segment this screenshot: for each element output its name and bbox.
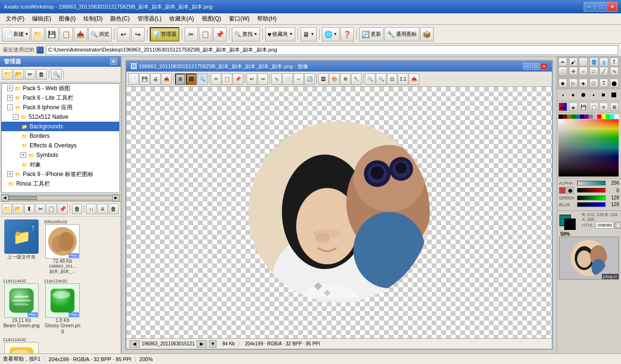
mgr-delete[interactable]: 🗑 xyxy=(36,69,47,80)
pal-navy[interactable] xyxy=(580,114,584,119)
tool-r5[interactable]: T xyxy=(600,79,608,87)
red-swatch[interactable] xyxy=(559,187,566,194)
pal-purple[interactable] xyxy=(584,114,589,119)
pal-red[interactable] xyxy=(597,114,601,119)
manager-button[interactable]: 📊 管理器 xyxy=(150,27,179,42)
tree-item-pack6[interactable]: + 📁 Pack 6 - Lite 工具栏 xyxy=(1,93,119,103)
tool-brush[interactable]: 🖌 xyxy=(569,58,578,66)
mgr-open[interactable]: 📂 xyxy=(13,69,24,80)
pal-white[interactable] xyxy=(614,114,619,119)
update-button[interactable]: 🔄 更新 xyxy=(359,27,383,42)
path-field[interactable]: C:\Users\Administrator\Desktop\196863_20… xyxy=(46,45,618,55)
it-btn1[interactable]: 📄 xyxy=(128,73,139,85)
tool-circle[interactable]: ○ xyxy=(579,67,588,75)
it-image2[interactable]: 🎨 xyxy=(329,73,340,85)
tool-r6[interactable]: ⬤ xyxy=(610,79,619,87)
save-as-button[interactable]: 📋 xyxy=(60,27,73,42)
menu-favorites[interactable]: 收藏夹(A) xyxy=(166,14,198,24)
pal-green[interactable] xyxy=(571,114,576,119)
fp-btn3[interactable]: ⬆ xyxy=(24,204,34,214)
it-fit[interactable]: ⊡ xyxy=(387,73,397,85)
manager-close[interactable]: ✕ xyxy=(110,58,117,65)
fp-new[interactable]: 📁 xyxy=(2,204,12,214)
menu-manager[interactable]: 管理器(L) xyxy=(134,14,166,24)
dot-5[interactable] xyxy=(600,91,607,99)
it-btn2[interactable]: 💾 xyxy=(139,73,150,85)
menu-file[interactable]: 文件(F) xyxy=(2,14,28,24)
pal-olive[interactable] xyxy=(567,114,571,119)
expand-symbols[interactable]: + xyxy=(21,152,26,158)
opt-2[interactable]: ⬙ xyxy=(569,103,578,111)
paste-button[interactable]: 📌 xyxy=(213,27,227,42)
iw-close[interactable]: ✕ xyxy=(540,63,548,70)
undo-button[interactable]: ↩ xyxy=(117,27,130,42)
it-rotate[interactable]: 🔄 xyxy=(304,73,315,85)
tree-scrollbar-h[interactable]: ◀ ▶ xyxy=(1,194,120,201)
close-button[interactable]: ✕ xyxy=(607,2,617,11)
red-arrows[interactable]: ⬤ xyxy=(567,187,573,194)
tree-item-objects[interactable]: 📁 对象 xyxy=(1,160,119,169)
pal-cyan[interactable] xyxy=(610,114,614,119)
tree-item-pack5[interactable]: + 📁 Pack 5 - Web 插图 xyxy=(1,83,119,93)
folder-up-item[interactable]: 📁 ↑ 上一级文件夹 xyxy=(2,218,41,276)
dot-1[interactable] xyxy=(559,91,567,99)
tool-rect[interactable]: □ xyxy=(590,67,598,75)
mgr-search[interactable]: 🔍 xyxy=(51,69,62,80)
nav-prev[interactable]: ◀ xyxy=(129,340,140,348)
it-frame[interactable]: ⬛ xyxy=(186,73,197,85)
mgr-edit[interactable]: ✏ xyxy=(25,69,35,80)
tree-item-symbols[interactable]: + 📁 Symbols xyxy=(1,150,119,160)
it-btn-more3[interactable]: 📌 xyxy=(233,73,243,85)
pal-darkred[interactable] xyxy=(563,114,567,119)
pal-silver[interactable] xyxy=(593,114,597,119)
tool-r3[interactable]: ◈ xyxy=(579,79,588,87)
fp-open[interactable]: 📂 xyxy=(13,204,23,214)
opt-4[interactable]: 📋 xyxy=(590,103,598,111)
mgr-new[interactable]: 📁 xyxy=(2,69,12,80)
maximize-button[interactable]: □ xyxy=(595,2,606,11)
dot-4[interactable] xyxy=(590,91,597,99)
red-track[interactable] xyxy=(577,188,606,193)
it-btn3[interactable]: 🖨 xyxy=(150,73,161,85)
it-export[interactable]: 📤 xyxy=(409,73,419,85)
menu-window[interactable]: 窗口(W) xyxy=(225,14,253,24)
tool-r4[interactable]: ⬡ xyxy=(590,79,598,87)
pal-gray[interactable] xyxy=(589,114,593,119)
file3-item[interactable]: 114x114x32 PNG xyxy=(2,336,41,354)
pal-lime[interactable] xyxy=(606,114,610,119)
iw-maximize[interactable]: □ xyxy=(532,63,539,70)
scroll-left[interactable]: ◀ xyxy=(1,195,9,201)
copy-button[interactable]: 📋 xyxy=(199,27,212,42)
fp-btn7[interactable]: 🗑 xyxy=(72,204,82,214)
tree-item-pack9[interactable]: + 📁 Pack 9 - iPhone 标签栏图标 xyxy=(1,169,119,179)
html-value[interactable]: 008080 xyxy=(596,222,614,229)
help-button[interactable]: ❓ xyxy=(341,27,354,42)
favorites-button[interactable]: ♥ 收藏夹 ▼ xyxy=(265,27,295,42)
menu-view[interactable]: 视图(Q) xyxy=(198,14,225,24)
it-redo[interactable]: ↪ xyxy=(258,73,268,85)
it-zoom-in[interactable]: 🔍 xyxy=(365,73,375,85)
tree-item-effects[interactable]: 📁 Effects & Overlays xyxy=(1,141,119,150)
iw-minimize[interactable]: ─ xyxy=(523,63,531,70)
tool-move[interactable]: ✢ xyxy=(569,67,578,75)
beam-file-item[interactable]: 114x114x32 xyxy=(2,278,41,334)
expand-512[interactable]: - xyxy=(13,114,19,120)
it-crop[interactable]: ⬜ xyxy=(282,73,293,85)
green-track[interactable] xyxy=(577,196,606,200)
expand-pack6[interactable]: + xyxy=(7,95,13,101)
it-btn4[interactable]: 📤 xyxy=(161,73,172,85)
fp-btn5[interactable]: 📋 xyxy=(46,204,56,214)
opt-1[interactable]: ▬ xyxy=(559,103,567,111)
dot-6[interactable] xyxy=(610,91,618,99)
dot-3[interactable] xyxy=(580,91,587,99)
menu-help[interactable]: 帮助(H) xyxy=(253,14,280,24)
it-image4[interactable]: 🔧 xyxy=(351,73,362,85)
browse-button[interactable]: 🔍 浏览 xyxy=(88,27,112,42)
tool-r1[interactable]: ◆ xyxy=(559,79,567,87)
opt-5[interactable]: ≡ xyxy=(600,103,608,111)
dot-2[interactable] xyxy=(569,91,577,99)
alpha-track[interactable] xyxy=(577,181,606,186)
menu-draw[interactable]: 绘制(D) xyxy=(80,14,107,24)
tree-item-borders[interactable]: 📁 Borders xyxy=(1,131,119,141)
palette-main[interactable] xyxy=(559,119,619,177)
